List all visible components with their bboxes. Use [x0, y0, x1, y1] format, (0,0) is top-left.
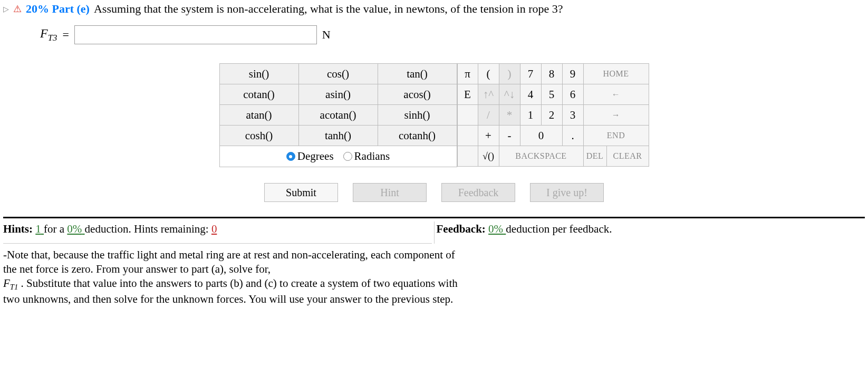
key-sin[interactable]: sin(): [220, 64, 299, 84]
action-row: Submit Hint Feedback I give up!: [3, 183, 865, 202]
key-sinh[interactable]: sinh(): [378, 105, 457, 126]
key-1[interactable]: 1: [520, 105, 542, 126]
feedback-suffix: deduction per feedback.: [506, 223, 612, 235]
degrees-label: Degrees: [297, 150, 334, 163]
radio-selected-icon: [286, 152, 295, 161]
hints-prefix: Hints:: [3, 223, 33, 235]
key-end[interactable]: END: [584, 126, 649, 146]
answer-input[interactable]: [74, 25, 317, 44]
submit-button[interactable]: Submit: [264, 183, 338, 202]
key-clear[interactable]: CLEAR: [607, 146, 649, 167]
angle-mode-row: Degrees Radians: [220, 146, 457, 167]
equals-label: =: [62, 28, 69, 42]
hints-mid1: for a: [44, 223, 64, 235]
key-6[interactable]: 6: [563, 84, 584, 105]
key-left-arrow[interactable]: ←: [584, 84, 649, 105]
hints-remaining: 0: [211, 223, 217, 235]
divider: [3, 217, 865, 218]
hints-column: Hints: 1 for a 0% deduction. Hints remai…: [3, 222, 432, 244]
feedback-column: Feedback: 0% deduction per feedback.: [434, 222, 865, 244]
unit-label: N: [322, 28, 331, 42]
key-empty-r4: [457, 126, 478, 146]
numeric-keypad: π ( ) 7 8 9 HOME E ↑^ ^↓ 4 5 6 ← / * 1 2…: [457, 63, 649, 167]
feedback-button[interactable]: Feedback: [441, 183, 515, 202]
key-9[interactable]: 9: [563, 64, 584, 84]
hint-button[interactable]: Hint: [353, 183, 427, 202]
question-text: Assuming that the system is non-accelera…: [94, 2, 563, 16]
key-backspace[interactable]: BACKSPACE: [499, 146, 584, 167]
key-minus[interactable]: -: [499, 126, 520, 146]
key-acotan[interactable]: acotan(): [299, 105, 378, 126]
key-atan[interactable]: atan(): [220, 105, 299, 126]
key-divide[interactable]: /: [478, 105, 499, 126]
key-plus[interactable]: +: [478, 126, 499, 146]
radians-label: Radians: [354, 150, 390, 163]
key-7[interactable]: 7: [520, 64, 542, 84]
key-tan[interactable]: tan(): [378, 64, 457, 84]
key-0[interactable]: 0: [520, 126, 563, 146]
key-3[interactable]: 3: [563, 105, 584, 126]
feedback-prefix: Feedback:: [437, 223, 486, 235]
part-label: 20% Part (e): [26, 2, 90, 16]
key-empty-r3: [457, 105, 478, 126]
key-asin[interactable]: asin(): [299, 84, 378, 105]
key-pow-up[interactable]: ↑^: [478, 84, 499, 105]
key-4[interactable]: 4: [520, 84, 542, 105]
hints-count: 1: [35, 223, 44, 235]
hints-mid2: deduction. Hints remaining:: [85, 223, 209, 235]
percent-label: 20%: [26, 2, 49, 15]
key-pow-down[interactable]: ^↓: [499, 84, 520, 105]
key-cos[interactable]: cos(): [299, 64, 378, 84]
key-open-paren[interactable]: (: [478, 64, 499, 84]
feedback-ded: 0%: [488, 223, 506, 235]
radio-degrees[interactable]: Degrees: [286, 150, 334, 163]
key-acos[interactable]: acos(): [378, 84, 457, 105]
key-dot[interactable]: .: [563, 126, 584, 146]
key-tanh[interactable]: tanh(): [299, 126, 378, 146]
key-empty-r5: [457, 146, 478, 167]
key-2[interactable]: 2: [542, 105, 563, 126]
variable-label: FT3: [40, 26, 57, 43]
hint-text: -Note that, because the traffic light an…: [3, 248, 462, 306]
radio-radians[interactable]: Radians: [343, 150, 390, 163]
answer-row: FT3 = N: [40, 25, 865, 44]
radio-unselected-icon: [343, 152, 352, 161]
key-del[interactable]: DEL: [584, 146, 607, 167]
key-pi[interactable]: π: [457, 64, 478, 84]
part-id: Part (e): [52, 2, 90, 15]
key-multiply[interactable]: *: [499, 105, 520, 126]
warning-icon: ⚠: [13, 3, 22, 15]
key-right-arrow[interactable]: →: [584, 105, 649, 126]
giveup-button[interactable]: I give up!: [530, 183, 604, 202]
key-home[interactable]: HOME: [584, 64, 649, 84]
hints-feedback-row: Hints: 1 for a 0% deduction. Hints remai…: [3, 222, 865, 244]
question-header: ▷ ⚠ 20% Part (e) Assuming that the syste…: [3, 2, 865, 16]
key-cotanh[interactable]: cotanh(): [378, 126, 457, 146]
expand-icon[interactable]: ▷: [3, 5, 9, 14]
key-sqrt[interactable]: √(): [478, 146, 499, 167]
key-cosh[interactable]: cosh(): [220, 126, 299, 146]
key-cotan[interactable]: cotan(): [220, 84, 299, 105]
hints-ded: 0%: [67, 223, 84, 235]
keypad: sin() cos() tan() cotan() asin() acos() …: [3, 63, 865, 167]
key-8[interactable]: 8: [542, 64, 563, 84]
key-e[interactable]: E: [457, 84, 478, 105]
key-close-paren[interactable]: ): [499, 64, 520, 84]
trig-functions: sin() cos() tan() cotan() asin() acos() …: [219, 63, 457, 167]
key-5[interactable]: 5: [542, 84, 563, 105]
